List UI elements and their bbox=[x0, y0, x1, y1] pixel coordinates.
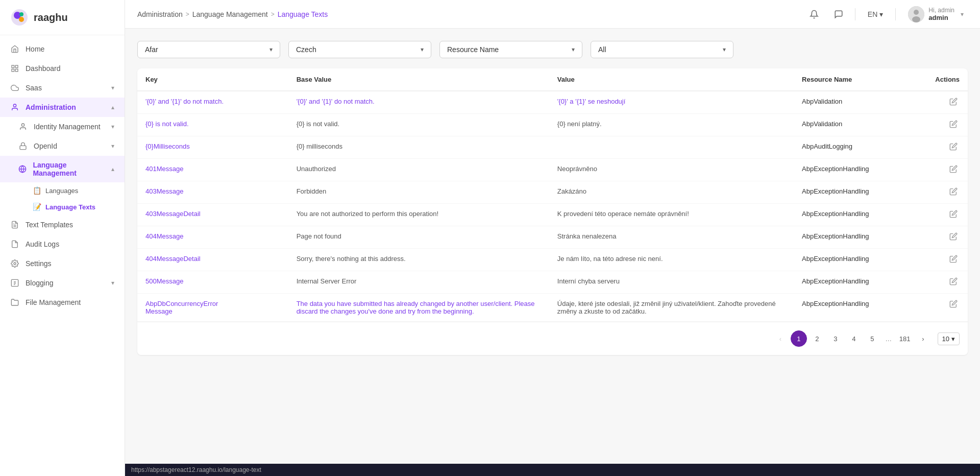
cell-actions-5 bbox=[927, 204, 968, 226]
edit-button-9[interactable] bbox=[947, 300, 960, 312]
sidebar-item-language-management[interactable]: Language Management ▴ bbox=[0, 156, 125, 182]
sidebar-item-home[interactable]: Home bbox=[0, 39, 125, 59]
svg-point-17 bbox=[914, 10, 919, 15]
col-value: Value bbox=[549, 68, 794, 91]
notification-button[interactable] bbox=[806, 6, 822, 22]
table-row: 404Message Page not found Stránka nenale… bbox=[137, 226, 968, 249]
cell-actions-4 bbox=[927, 181, 968, 204]
settings-icon bbox=[10, 259, 19, 268]
page-5-button[interactable]: 5 bbox=[864, 330, 880, 347]
cell-key-0: '{0}' and '{1}' do not match. bbox=[137, 91, 288, 114]
sidebar-item-saas[interactable]: Saas ▾ bbox=[0, 78, 125, 98]
language-filter-chevron: ▾ bbox=[270, 46, 273, 53]
page-3-button[interactable]: 3 bbox=[827, 330, 844, 347]
prev-page-button[interactable]: ‹ bbox=[772, 330, 789, 347]
page-4-button[interactable]: 4 bbox=[846, 330, 862, 347]
svg-rect-4 bbox=[12, 65, 14, 68]
page-size-value: 10 bbox=[942, 335, 949, 343]
user-info[interactable]: Hi, admin admin ▾ bbox=[904, 4, 968, 25]
sidebar-item-audit-logs[interactable]: Audit Logs bbox=[0, 234, 125, 254]
edit-button-3[interactable] bbox=[947, 165, 960, 177]
svg-rect-6 bbox=[15, 69, 18, 72]
cell-key-2: {0}Milliseconds bbox=[137, 136, 288, 159]
pagination: ‹ 1 2 3 4 5 ... 181 › 10 ▾ bbox=[137, 322, 968, 355]
language-texts-table: Key Base Value Value Resource Name Actio… bbox=[137, 68, 968, 322]
sidebar-item-file-management[interactable]: File Management bbox=[0, 293, 125, 312]
sidebar-item-audit-logs-label: Audit Logs bbox=[26, 240, 59, 248]
cell-key-5: 403MessageDetail bbox=[137, 204, 288, 226]
saas-chevron-icon: ▾ bbox=[111, 84, 114, 91]
lang-chevron-icon: ▾ bbox=[879, 10, 883, 18]
page-181-button[interactable]: 181 bbox=[897, 330, 913, 347]
cell-value-4: Zakázáno bbox=[549, 181, 794, 204]
user-hi-text: Hi, admin bbox=[928, 7, 954, 14]
lang-label: EN bbox=[868, 10, 877, 18]
cell-actions-3 bbox=[927, 159, 968, 181]
page-size-selector[interactable]: 10 ▾ bbox=[938, 332, 960, 345]
page-ellipsis: ... bbox=[883, 335, 895, 343]
sidebar-item-saas-label: Saas bbox=[26, 84, 42, 92]
resource-name-filter[interactable]: Resource Name ▾ bbox=[439, 41, 582, 58]
raaghu-logo-icon bbox=[10, 8, 29, 27]
edit-button-8[interactable] bbox=[947, 277, 960, 289]
language-management-chevron-icon: ▴ bbox=[111, 165, 114, 173]
cell-key-7: 404MessageDetail bbox=[137, 249, 288, 271]
page-2-button[interactable]: 2 bbox=[809, 330, 825, 347]
resource-name-chevron: ▾ bbox=[572, 46, 575, 53]
edit-button-0[interactable] bbox=[947, 98, 960, 109]
edit-button-6[interactable] bbox=[947, 232, 960, 244]
text-templates-icon bbox=[10, 220, 19, 229]
table-body: '{0}' and '{1}' do not match. '{0}' and … bbox=[137, 91, 968, 322]
cell-base-2: {0} milliseconds bbox=[288, 136, 549, 159]
sidebar-item-text-templates-label: Text Templates bbox=[26, 221, 73, 229]
sidebar-item-identity-management[interactable]: Identity Management ▾ bbox=[0, 117, 125, 136]
edit-button-2[interactable] bbox=[947, 142, 960, 154]
target-language-filter[interactable]: Czech ▾ bbox=[288, 41, 431, 58]
sidebar-item-text-templates[interactable]: Text Templates bbox=[0, 215, 125, 234]
data-table-container: Key Base Value Value Resource Name Actio… bbox=[137, 68, 968, 355]
cell-key-8: 500Message bbox=[137, 271, 288, 294]
edit-button-1[interactable] bbox=[947, 120, 960, 132]
cell-value-6: Stránka nenalezena bbox=[549, 226, 794, 249]
all-filter-chevron: ▾ bbox=[723, 46, 726, 53]
sidebar-item-openid[interactable]: OpenId ▾ bbox=[0, 136, 125, 156]
edit-button-4[interactable] bbox=[947, 187, 960, 199]
breadcrumb-administration: Administration bbox=[137, 10, 183, 18]
language-management-icon bbox=[18, 164, 27, 174]
all-filter[interactable]: All ▾ bbox=[591, 41, 733, 58]
sidebar-item-language-texts[interactable]: 📝 Language Texts bbox=[27, 199, 125, 215]
sidebar-item-languages[interactable]: 📋 Languages bbox=[27, 182, 125, 199]
language-filter[interactable]: Afar ▾ bbox=[137, 41, 280, 58]
col-resource-name: Resource Name bbox=[794, 68, 927, 91]
col-base-value: Base Value bbox=[288, 68, 549, 91]
all-filter-value: All bbox=[598, 45, 606, 54]
message-button[interactable] bbox=[830, 6, 847, 22]
cell-base-0: '{0}' and '{1}' do not match. bbox=[288, 91, 549, 114]
user-avatar bbox=[908, 6, 924, 22]
page-1-button[interactable]: 1 bbox=[791, 330, 807, 347]
dashboard-icon bbox=[10, 64, 19, 73]
target-language-filter-value: Czech bbox=[296, 45, 316, 54]
next-page-button[interactable]: › bbox=[915, 330, 932, 347]
cell-value-8: Interní chyba serveru bbox=[549, 271, 794, 294]
edit-button-5[interactable] bbox=[947, 210, 960, 222]
language-selector[interactable]: EN ▾ bbox=[864, 8, 887, 20]
sidebar-item-settings[interactable]: Settings bbox=[0, 254, 125, 273]
page-content: Afar ▾ Czech ▾ Resource Name ▾ All ▾ Key bbox=[125, 29, 980, 464]
cell-base-9: The data you have submitted has already … bbox=[288, 294, 549, 322]
table-row: '{0}' and '{1}' do not match. '{0}' and … bbox=[137, 91, 968, 114]
cell-actions-0 bbox=[927, 91, 968, 114]
cell-key-1: {0} is not valid. bbox=[137, 114, 288, 136]
identity-chevron-icon: ▾ bbox=[111, 123, 114, 130]
page-size-chevron: ▾ bbox=[951, 335, 955, 343]
user-name-text: admin bbox=[928, 14, 954, 22]
table-row: 500Message Internal Server Error Interní… bbox=[137, 271, 968, 294]
identity-management-icon bbox=[18, 122, 28, 131]
target-language-chevron: ▾ bbox=[421, 46, 424, 53]
sidebar-item-blogging[interactable]: Blogging ▾ bbox=[0, 273, 125, 293]
edit-button-7[interactable] bbox=[947, 255, 960, 267]
logo-text: raaghu bbox=[34, 12, 68, 23]
sidebar-item-administration[interactable]: Administration ▴ bbox=[0, 98, 125, 117]
sidebar-item-dashboard[interactable]: Dashboard bbox=[0, 59, 125, 78]
svg-point-2 bbox=[19, 17, 24, 22]
